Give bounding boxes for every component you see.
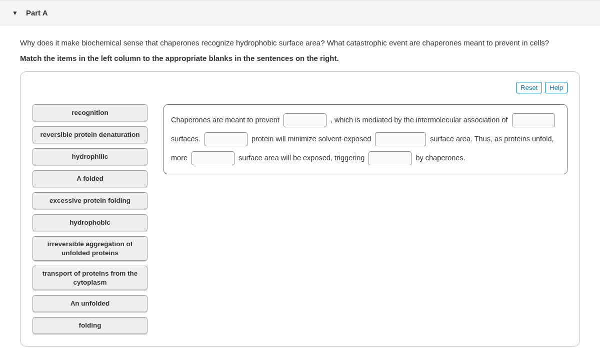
blank-slot[interactable] (512, 113, 555, 127)
blank-slot[interactable] (284, 113, 326, 127)
drag-item[interactable]: hydrophobic (32, 214, 148, 231)
caret-down-icon: ▼ (12, 9, 18, 16)
activity-controls: Reset Help (32, 82, 568, 93)
drag-source-list: recognition reversible protein denaturat… (32, 104, 148, 334)
drag-item[interactable]: hydrophilic (32, 148, 148, 165)
sentence-fragment: surface area will be exposed, triggering (238, 154, 364, 162)
activity-content: recognition reversible protein denaturat… (32, 104, 568, 334)
sentence-fragment: surfaces. (171, 135, 200, 143)
drag-item[interactable]: A folded (32, 170, 148, 187)
help-button[interactable]: Help (545, 82, 568, 93)
drag-item[interactable]: folding (32, 317, 148, 334)
sentence-fragment: by chaperones. (416, 154, 465, 162)
blank-slot[interactable] (204, 132, 248, 146)
matching-activity: Reset Help recognition reversible protei… (20, 71, 580, 347)
drag-item[interactable]: irreversible aggregation of unfolded pro… (32, 236, 148, 261)
sentence-fragment: surface (430, 135, 454, 143)
sentence-fragment: Chaperones are meant to prevent (171, 116, 280, 124)
sentence-drop-area: Chaperones are meant to prevent , which … (164, 104, 568, 174)
sentence-fragment: of (502, 116, 508, 124)
drag-item[interactable]: transport of proteins from the cytoplasm (32, 266, 148, 290)
blank-slot[interactable] (368, 151, 412, 165)
sentence-fragment: protein will minimize solvent-exposed (252, 135, 371, 143)
drag-item[interactable]: excessive protein folding (32, 192, 148, 209)
section-header[interactable]: ▼ Part A (0, 0, 600, 25)
section-title: Part A (26, 8, 48, 17)
question-text: Why does it make biochemical sense that … (20, 37, 580, 48)
reset-button[interactable]: Reset (516, 82, 542, 93)
drag-item[interactable]: reversible protein denaturation (32, 126, 148, 143)
instruction-text: Match the items in the left column to th… (20, 54, 580, 62)
blank-slot[interactable] (192, 151, 234, 165)
blank-slot[interactable] (375, 132, 426, 146)
drag-item[interactable]: An unfolded (32, 295, 148, 312)
drag-item[interactable]: recognition (32, 104, 148, 121)
question-body: Why does it make biochemical sense that … (0, 25, 600, 347)
sentence-fragment: , which is mediated by the intermolecula… (330, 116, 500, 124)
